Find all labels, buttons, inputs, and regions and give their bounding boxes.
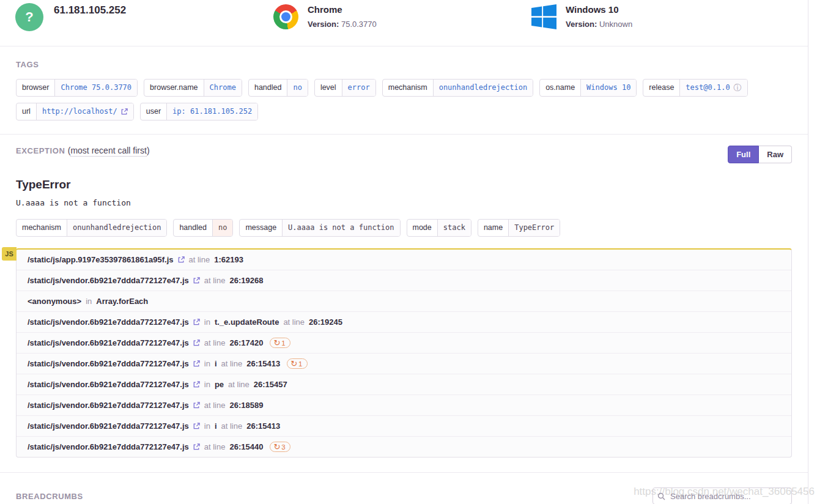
external-link-icon[interactable] [193, 402, 200, 409]
at-line-label: at line [204, 276, 226, 285]
repeat-icon: ↻ [273, 443, 280, 451]
search-icon [657, 492, 665, 503]
external-link-icon[interactable] [193, 319, 200, 325]
frame-function: t._e.updateRoute [215, 317, 279, 327]
tag-key[interactable]: level [315, 80, 342, 96]
tag-key[interactable]: user [141, 103, 166, 120]
tag-value[interactable]: error [342, 80, 375, 96]
frame-line-number: 26:15457 [254, 380, 287, 389]
frame-path: <anonymous> [28, 297, 81, 306]
stack-frame-row[interactable]: /static/js/vendor.6b921e7ddda772127e47.j… [17, 374, 791, 395]
tag-key[interactable]: release [643, 80, 679, 96]
tag-value[interactable]: ip: 61.181.105.252 [166, 103, 257, 120]
in-label: in [204, 359, 210, 368]
stack-frame-row[interactable]: <anonymous>inArray.forEach [17, 291, 791, 311]
tag-value: stack [437, 220, 471, 236]
tag-value[interactable]: Windows 10 [580, 80, 636, 96]
tag-pill: modestack [407, 219, 471, 237]
stack-frame-row[interactable]: /static/js/vendor.6b921e7ddda772127e47.j… [17, 436, 791, 457]
subtitle-close-paren: ) [147, 146, 150, 155]
frame-path: /static/js/vendor.6b921e7ddda772127e47.j… [28, 338, 189, 347]
tag-row: urlhttp://localhost/userip: 61.181.105.2… [16, 103, 792, 120]
search-breadcrumbs-input[interactable] [652, 487, 792, 504]
frame-line-number: 26:19268 [229, 276, 263, 285]
tag-value[interactable]: http://localhost/ [36, 103, 133, 120]
stack-frame-row[interactable]: /static/js/vendor.6b921e7ddda772127e47.j… [17, 353, 791, 374]
frame-path: /static/js/vendor.6b921e7ddda772127e47.j… [28, 359, 189, 368]
external-link-icon[interactable] [121, 108, 128, 115]
tag-value[interactable]: test@0.1.0ⓘ [679, 80, 747, 96]
exception-title-text: EXCEPTION [16, 146, 65, 155]
tag-key[interactable]: browser [17, 80, 54, 96]
frame-line-number: 26:15413 [246, 359, 280, 368]
repeat-count: 1 [298, 360, 302, 368]
tag-row: browserChrome 75.0.3770browser.nameChrom… [16, 79, 792, 97]
at-line-label: at line [221, 359, 243, 368]
repeat-count: 1 [281, 339, 285, 347]
tag-key[interactable]: os.name [540, 80, 580, 96]
stack-frame-row[interactable]: /static/js/vendor.6b921e7ddda772127e47.j… [17, 270, 791, 291]
stack-frame-row[interactable]: /static/js/vendor.6b921e7ddda772127e47.j… [17, 332, 791, 353]
frame-line-number: 26:15413 [246, 421, 280, 431]
frame-line-number: 1:62193 [214, 255, 243, 264]
tag-pill: browserChrome 75.0.3770 [16, 79, 138, 97]
frame-function: Array.forEach [96, 297, 148, 306]
tag-pill: userip: 61.181.105.252 [140, 103, 258, 120]
in-label: in [204, 317, 210, 327]
breadcrumbs-section: BREADCRUMBS [0, 473, 808, 504]
tag-key[interactable]: browser.name [144, 80, 204, 96]
at-line-label: at line [204, 442, 226, 451]
raw-view-button[interactable]: Raw [759, 146, 792, 163]
tag-pill: nameTypeError [478, 219, 560, 237]
repeat-icon: ↻ [273, 339, 280, 347]
tag-value[interactable]: Chrome [204, 80, 242, 96]
external-link-icon[interactable] [193, 381, 200, 388]
repeat-count-badge: ↻3 [270, 442, 290, 452]
event-detail-page: ? 61.181.105.252 Chrome Version: 75.0.37… [0, 0, 808, 504]
stack-frame-row[interactable]: /static/js/app.9197e35397861861a95f.jsat… [17, 250, 791, 270]
tag-pill: handledno [248, 79, 308, 97]
tag-value[interactable]: Chrome 75.0.3770 [54, 80, 137, 96]
stack-frame-row[interactable]: /static/js/vendor.6b921e7ddda772127e47.j… [17, 395, 791, 415]
in-label: in [204, 421, 210, 431]
external-link-icon[interactable] [178, 256, 185, 263]
external-link-icon[interactable] [193, 339, 200, 346]
windows-icon [531, 4, 556, 29]
frame-path: /static/js/vendor.6b921e7ddda772127e47.j… [28, 421, 189, 431]
frame-function: pe [215, 380, 224, 389]
tag-value[interactable]: onunhandledrejection [433, 80, 533, 96]
repeat-icon: ↻ [290, 360, 297, 368]
tag-key[interactable]: url [17, 103, 36, 120]
tag-pill: os.nameWindows 10 [539, 79, 637, 97]
at-line-label: at line [221, 421, 243, 431]
tag-key[interactable]: mechanism [383, 80, 433, 96]
external-link-icon[interactable] [193, 277, 200, 284]
tag-pill: browser.nameChrome [144, 79, 242, 97]
external-link-icon[interactable] [193, 423, 200, 429]
frame-function: i [215, 359, 217, 368]
exception-section-title: EXCEPTION (most recent call first) [16, 146, 150, 155]
repeat-count-badge: ↻1 [287, 358, 307, 369]
at-line-label: at line [204, 338, 226, 347]
stack-frame-row[interactable]: /static/js/vendor.6b921e7ddda772127e47.j… [17, 415, 791, 436]
stack-frame-row[interactable]: /static/js/vendor.6b921e7ddda772127e47.j… [17, 311, 791, 332]
chrome-icon [273, 4, 298, 29]
tag-pill: urlhttp://localhost/ [16, 103, 134, 120]
full-view-button[interactable]: Full [728, 146, 759, 163]
tag-value: TypeError [508, 220, 560, 236]
frame-function: i [215, 421, 217, 431]
tag-key[interactable]: handled [249, 80, 287, 96]
user-avatar-question-icon: ? [15, 3, 43, 31]
info-icon[interactable]: ⓘ [734, 80, 742, 95]
browser-name: Chrome [308, 4, 377, 16]
at-line-label: at line [283, 317, 305, 327]
external-link-icon[interactable] [193, 443, 200, 450]
os-version: Version: Unknown [566, 20, 632, 29]
user-ip-title: 61.181.105.252 [54, 4, 126, 17]
tag-value[interactable]: no [287, 80, 307, 96]
tag-pill: levelerror [314, 79, 376, 97]
frame-line-number: 26:18589 [229, 401, 263, 410]
version-value: 75.0.3770 [341, 20, 377, 29]
external-link-icon[interactable] [193, 360, 200, 367]
in-label: in [204, 380, 210, 389]
